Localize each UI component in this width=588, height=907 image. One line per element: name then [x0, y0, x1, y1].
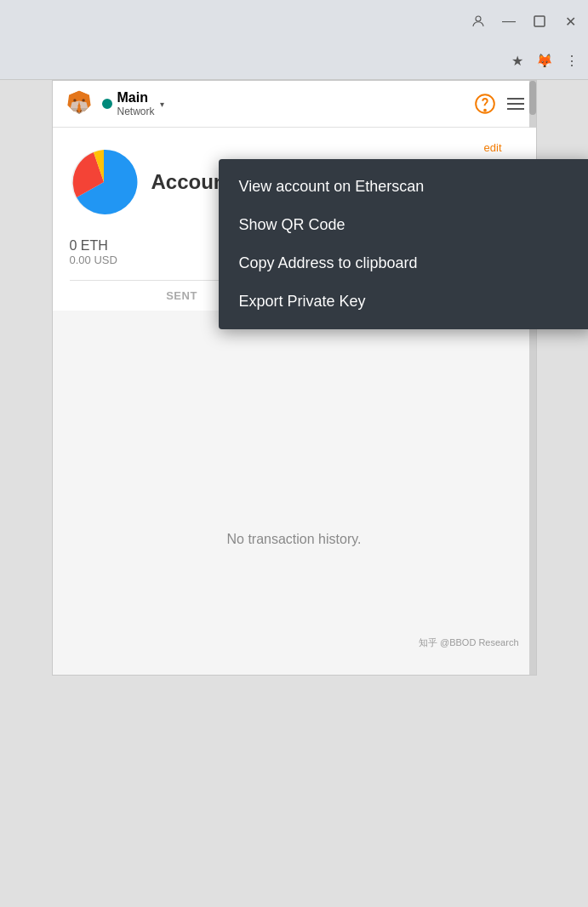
- minimize-icon[interactable]: —: [501, 14, 517, 29]
- user-icon[interactable]: [471, 14, 486, 29]
- network-dot: [100, 97, 114, 111]
- account-dropdown-menu: View account on Etherscan Show QR Code C…: [219, 159, 589, 329]
- chrome-toolbar: ★ 🦊 ⋮: [0, 43, 588, 80]
- scrollbar-thumb[interactable]: [529, 81, 536, 115]
- transaction-section: No transaction history.: [53, 498, 536, 581]
- star-icon[interactable]: ★: [508, 52, 527, 71]
- svg-point-9: [82, 99, 84, 101]
- menu-line-3: [507, 108, 524, 110]
- dropdown-item-etherscan[interactable]: View account on Etherscan: [219, 168, 589, 206]
- svg-point-14: [484, 110, 486, 111]
- network-main-label: Main: [117, 90, 155, 106]
- hamburger-menu-icon[interactable]: [507, 98, 524, 110]
- title-bar: — ✕: [0, 0, 588, 43]
- network-selector[interactable]: Main Network ▾: [102, 90, 164, 117]
- metamask-fox-logo: [65, 89, 94, 118]
- popup-header: Main Network ▾: [53, 81, 536, 128]
- restore-icon[interactable]: [532, 14, 547, 29]
- svg-rect-1: [534, 16, 545, 26]
- menu-line-1: [507, 98, 524, 100]
- network-chevron-icon: ▾: [160, 100, 164, 109]
- network-label-block: Main Network: [117, 90, 155, 117]
- metamask-extension-icon[interactable]: 🦊: [535, 52, 554, 71]
- svg-point-8: [73, 99, 76, 101]
- window-controls: — ✕: [471, 14, 578, 29]
- account-avatar: [70, 148, 138, 216]
- chrome-menu-icon[interactable]: ⋮: [562, 52, 581, 71]
- watermark: 知乎 @BBOD Research: [419, 636, 519, 649]
- dropdown-item-copy[interactable]: Copy Address to clipboard: [219, 244, 589, 282]
- metamask-popup: Main Network ▾ edit: [52, 80, 537, 676]
- dropdown-item-qr[interactable]: Show QR Code: [219, 206, 589, 244]
- menu-line-2: [507, 103, 524, 105]
- header-right: [473, 92, 524, 116]
- dropdown-item-export[interactable]: Export Private Key: [219, 282, 589, 321]
- close-icon[interactable]: ✕: [562, 14, 578, 29]
- support-icon[interactable]: [473, 92, 497, 116]
- network-sub-label: Network: [117, 106, 155, 117]
- svg-point-0: [476, 16, 481, 21]
- no-transaction-message: No transaction history.: [227, 532, 362, 546]
- edit-link[interactable]: edit: [484, 141, 502, 154]
